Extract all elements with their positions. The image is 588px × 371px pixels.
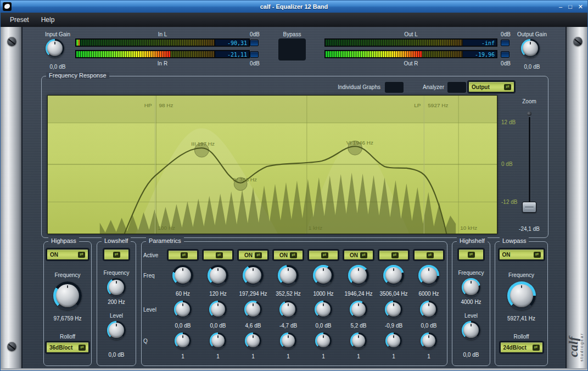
band5-freq-knob[interactable] xyxy=(313,265,334,286)
highpass-rolloff-dropdown[interactable]: 36dB/oct ⇄ xyxy=(46,342,89,353)
band8-q-knob[interactable] xyxy=(421,333,437,349)
output-select-dropdown[interactable]: Output ⇄ xyxy=(468,81,514,92)
band3-freq-value: 197,294 Hz xyxy=(239,291,267,297)
highshelf-frequency-label: Frequency xyxy=(458,270,484,276)
level-row-label: Level xyxy=(142,307,156,313)
band4-level-knob[interactable] xyxy=(279,301,297,318)
band3-level-knob[interactable] xyxy=(244,301,262,318)
out-l-meter: -inf xyxy=(324,38,497,47)
lowpass-rolloff-dropdown[interactable]: 24dB/oct ⇄ xyxy=(500,342,543,353)
band2-active-toggle[interactable]: ⇄ xyxy=(203,250,233,260)
parametrics-legend: Parametrics xyxy=(146,237,184,244)
band5-q-value: 1 xyxy=(322,353,325,359)
band3-marker-label: III 197 Hz xyxy=(191,141,215,147)
band3-active-toggle[interactable]: ON⇄ xyxy=(238,250,268,260)
highshelf-active-toggle[interactable]: ⇄ xyxy=(458,249,484,260)
x-tick-10khz: 10 kHz xyxy=(460,225,477,231)
band4-q-knob[interactable] xyxy=(280,333,296,349)
maximize-button[interactable]: □ xyxy=(568,3,572,10)
combo-arrows-icon: ⇄ xyxy=(290,252,297,258)
individual-graphs-toggle[interactable] xyxy=(385,82,404,93)
band6-level-knob[interactable] xyxy=(350,301,367,318)
band5-q-knob[interactable] xyxy=(315,333,332,349)
band7-level-value: -0,9 dB xyxy=(385,323,402,329)
band7-level-knob[interactable] xyxy=(385,301,402,318)
band2-freq-knob[interactable] xyxy=(208,265,228,286)
highpass-frequency-knob[interactable] xyxy=(53,281,82,310)
knob-cap xyxy=(176,334,189,347)
band4-freq-knob[interactable] xyxy=(278,265,299,286)
freq-row-label: Freq xyxy=(142,273,155,279)
input-gain-knob[interactable] xyxy=(46,39,64,58)
band4-active-toggle[interactable]: ON⇄ xyxy=(273,250,303,260)
active-row-label: Active xyxy=(142,252,158,258)
zoom-slider-track[interactable] xyxy=(529,117,530,204)
lowpass-active-dropdown[interactable]: ON ⇄ xyxy=(499,249,544,260)
knob-cap xyxy=(56,284,79,307)
band6-freq-knob[interactable] xyxy=(348,265,369,286)
band1-active-toggle[interactable]: ⇄ xyxy=(168,250,198,260)
in-l-clip-led xyxy=(250,40,259,46)
band6-active-toggle[interactable]: ON⇄ xyxy=(344,250,373,260)
zoom-slider-thumb[interactable] xyxy=(522,202,536,213)
combo-arrows-icon: ⇄ xyxy=(504,84,511,90)
highpass-active-dropdown[interactable]: ON ⇄ xyxy=(47,249,88,260)
minimize-button[interactable]: – xyxy=(559,3,562,10)
band4-marker-label: IV 353 Hz xyxy=(233,176,257,182)
lowpass-rolloff-label: Rolloff xyxy=(513,334,529,340)
band6-q-value: 1 xyxy=(357,353,360,359)
band5-active-toggle[interactable]: ⇄ xyxy=(309,250,338,260)
q-row-label: Q xyxy=(142,338,148,344)
knob-cap xyxy=(422,334,435,347)
knob-cap xyxy=(282,334,295,347)
lowpass-frequency-label: Frequency xyxy=(508,272,534,278)
band5-level-knob[interactable] xyxy=(315,301,332,318)
band2-level-knob[interactable] xyxy=(209,301,227,318)
band7-active-toggle[interactable]: ⇄ xyxy=(379,250,408,260)
out-l-value: -inf xyxy=(462,40,496,46)
input-gain-label: Input Gain xyxy=(33,31,82,37)
band3-freq-knob[interactable] xyxy=(243,265,264,286)
titlebar[interactable]: calf - Equalizer 12 Band – □ ✕ xyxy=(1,1,587,13)
highshelf-level-value: 0,0 dB xyxy=(463,352,479,358)
highshelf-frequency-knob[interactable] xyxy=(462,278,480,297)
band2-q-knob[interactable] xyxy=(210,333,226,349)
band8-freq-value: 6000 Hz xyxy=(418,291,439,297)
lowshelf-active-toggle[interactable]: ⇄ xyxy=(104,249,129,260)
band8-active-toggle[interactable]: ⇄ xyxy=(414,250,444,260)
combo-arrows-icon: ⇄ xyxy=(321,252,328,258)
menu-help[interactable]: Help xyxy=(35,14,61,26)
out-r-label: Out R xyxy=(324,60,497,67)
combo-arrows-icon: ⇄ xyxy=(360,252,367,258)
knob-cap xyxy=(47,41,63,56)
output-gain-knob[interactable] xyxy=(521,39,540,58)
analyzer-toggle[interactable] xyxy=(447,82,466,93)
band1-q-knob[interactable] xyxy=(175,333,191,349)
frequency-response-graph[interactable]: HP 98 Hz LP 5927 Hz III 197 Hz VI 1946 H… xyxy=(47,95,497,234)
band6-marker-label: VI 1946 Hz xyxy=(346,140,373,146)
band3-q-knob[interactable] xyxy=(245,333,261,349)
analyzer-label: Analyzer xyxy=(411,84,444,90)
menu-preset[interactable]: Preset xyxy=(4,14,35,26)
input-gain-value: 0,0 dB xyxy=(33,64,82,70)
band6-q-knob[interactable] xyxy=(350,333,367,349)
band1-freq-knob[interactable] xyxy=(172,265,193,286)
close-button[interactable]: ✕ xyxy=(578,3,583,10)
band7-q-knob[interactable] xyxy=(385,333,402,349)
band6-freq-value: 1946,24 Hz xyxy=(344,291,372,297)
band8-level-knob[interactable] xyxy=(420,301,438,318)
band1-q-value: 1 xyxy=(181,353,184,359)
band7-freq-knob[interactable] xyxy=(383,265,404,286)
lowshelf-level-knob[interactable] xyxy=(107,321,126,340)
calf-studiogear-logo: calf studiogear xyxy=(567,333,584,362)
screw-icon xyxy=(573,37,583,46)
knob-cap xyxy=(281,302,295,317)
highshelf-level-knob[interactable] xyxy=(462,321,480,340)
lowpass-frequency-knob[interactable] xyxy=(507,281,536,310)
hp-label: HP xyxy=(144,102,152,108)
lowshelf-frequency-knob[interactable] xyxy=(107,278,126,297)
lowshelf-frequency-label: Frequency xyxy=(103,270,129,276)
bypass-button[interactable] xyxy=(278,38,306,60)
band1-level-knob[interactable] xyxy=(174,301,192,318)
app-icon xyxy=(3,2,12,11)
